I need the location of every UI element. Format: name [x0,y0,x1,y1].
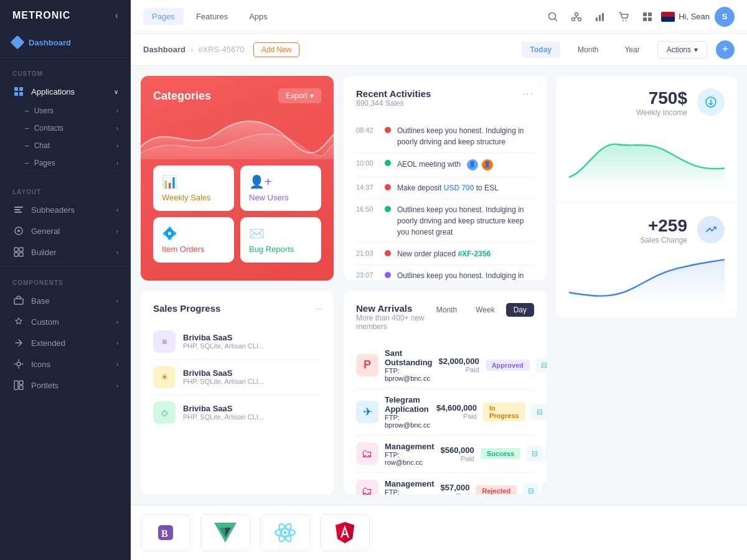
sp-title: Sales Progress [153,303,220,314]
sidebar-sub-users[interactable]: – Users › [0,102,131,119]
recent-header: Recent Activities 890,344 Sales ··· [356,88,534,116]
na-header: New Arrivals More than 400+ new members … [356,303,534,340]
na-price-col-3: $57,000 Paid [440,483,469,495]
na-copy-btn-2[interactable]: ⊟ [527,446,543,462]
act-text-2: Make deposit USD 700 to ESL [397,182,534,194]
na-price-col-1: $4,600,000 Paid [436,403,477,420]
na-tab-month[interactable]: Month [429,303,464,317]
na-copy-btn-0[interactable]: ⊟ [536,357,547,373]
na-actions-1: ⊟ ✏ 🗑 [532,404,547,420]
svg-rect-9 [14,248,18,251]
time-btn-month[interactable]: Month [569,42,607,58]
weekly-sales-label: Weekly Sales [162,193,211,202]
svg-rect-11 [14,253,18,256]
sidebar-logo-area: METRONIC ‹ [0,0,131,31]
na-copy-btn-3[interactable]: ⊟ [523,483,539,495]
add-new-button[interactable]: Add New [253,42,300,57]
portlets-label: Portlets [31,381,59,390]
svg-rect-2 [14,92,18,96]
na-copy-btn-1[interactable]: ⊟ [532,404,547,420]
export-button[interactable]: Export ▾ [278,88,321,103]
na-tab-day[interactable]: Day [506,303,534,317]
grid-icon[interactable] [637,7,657,27]
avatar-2: 👤 [481,158,494,172]
add-circle-button[interactable]: + [716,40,735,59]
recent-header-left: Recent Activities 890,344 Sales [356,88,431,116]
svg-rect-0 [14,87,18,91]
top-navbar: Pages Features Apps Hi, Sean S [131,0,747,34]
sp-info-0: Briviba SaaS PHP, SQLite, Artisan CLI... [183,333,321,350]
activity-item-1: 10:00 AEOL meeting with 👤 👤 [356,153,534,177]
sidebar-sub-pages[interactable]: – Pages › [0,154,131,172]
income-amount: 750$ [636,88,687,108]
bootstrap-logo[interactable]: B [141,514,190,551]
svg-rect-28 [648,12,652,16]
svg-rect-6 [14,212,22,213]
sales-change-icon [697,216,725,243]
sidebar-item-applications[interactable]: Applications ∨ [0,81,131,102]
time-btn-today[interactable]: Today [522,42,560,58]
svg-rect-10 [19,248,23,251]
vue-logo[interactable] [200,514,250,551]
activity-item-5: 23:07 Outlines keep you honest. Indulgin… [356,265,534,281]
na-edit-btn-2[interactable]: ✏ [545,446,547,462]
connections-icon[interactable] [566,7,586,27]
sp-item-2: ◇ Briviba SaaS PHP, SQLite, Artisan CLI.… [153,395,321,430]
nav-tab-pages[interactable]: Pages [143,8,184,25]
weekly-sales-tile[interactable]: 📊 Weekly Sales [153,166,234,211]
nav-tab-features[interactable]: Features [187,8,237,25]
breadcrumb: Dashboard › #XRS-45670 [143,45,245,54]
sidebar-sub-contacts[interactable]: – Contacts › [0,119,131,137]
na-actions-2: ⊟ ✏ 🗑 [527,446,547,462]
sidebar-collapse-btn[interactable]: ‹ [115,10,118,21]
chart-icon[interactable] [590,7,610,27]
act-text-1: AEOL meeting with 👤 👤 [397,158,534,172]
search-icon[interactable] [543,7,563,27]
angular-logo[interactable] [320,514,370,551]
na-header-left: New Arrivals More than 400+ new members [356,303,429,340]
sidebar-item-subheaders[interactable]: Subheaders › [0,199,131,220]
na-tab-week[interactable]: Week [468,303,502,317]
sidebar-item-portlets[interactable]: Portlets › [0,375,131,396]
sidebar-item-general[interactable]: General › [0,220,131,241]
user-menu[interactable]: Hi, Sean S [679,7,735,27]
sidebar-item-icons[interactable]: Icons › [0,353,131,375]
sp-desc-2: PHP, SQLite, Artisan CLI... [183,413,321,421]
ticket-id: #XRS-45670 [198,45,244,54]
sidebar-item-builder[interactable]: Builder › [0,241,131,263]
svg-rect-12 [19,253,23,256]
cart-icon[interactable] [614,7,634,27]
na-row-1: ✈ Telegram Application FTP: bprow@bnc.cc… [356,389,534,436]
sidebar-item-base[interactable]: Base › [0,290,131,311]
sp-avatar-0: ≡ [153,330,176,353]
sales-change-chart [569,250,725,306]
language-flag[interactable] [661,12,675,22]
sidebar-item-custom[interactable]: Custom › [0,311,131,332]
na-icon-3: 🗂 [356,480,378,495]
new-users-tile[interactable]: 👤+ New Users [240,166,321,211]
actions-button[interactable]: Actions ▾ [657,41,707,58]
react-logo[interactable] [260,514,310,551]
user-avatar[interactable]: S [715,7,735,27]
sidebar-sub-chat[interactable]: – Chat › [0,137,131,154]
sidebar-item-extended[interactable]: Extended › [0,332,131,353]
na-edit-btn-3[interactable]: ✏ [542,483,547,495]
subheaders-chevron: › [116,207,118,213]
pages-chevron: › [116,160,118,167]
bug-reports-tile[interactable]: ✉️ Bug Reports [240,217,321,263]
sp-header: Sales Progress ·· [153,303,321,314]
na-actions-0: ⊟ ✏ 🗑 [536,357,547,373]
right-column: 750$ Weekly Income [557,76,737,495]
recent-menu-dots[interactable]: ··· [522,88,534,100]
act-text-5: Outlines keep you honest. Indulging in p… [397,270,534,281]
breadcrumb-separator: › [190,45,193,54]
activity-item-3: 16:50 Outlines keep you honest. Indulgin… [356,199,534,243]
time-btn-year[interactable]: Year [616,42,648,58]
nav-tab-apps[interactable]: Apps [240,8,276,25]
item-orders-tile[interactable]: 💠 Item Orders [153,217,234,263]
sidebar-item-dashboard[interactable]: Dashboard [0,31,131,54]
sp-menu-dots[interactable]: ·· [316,303,321,314]
avatar-1: 👤 [466,158,479,172]
na-app-ftp-3: FTP: row@bnc.cc [385,488,434,495]
sp-name-0: Briviba SaaS [183,333,321,342]
